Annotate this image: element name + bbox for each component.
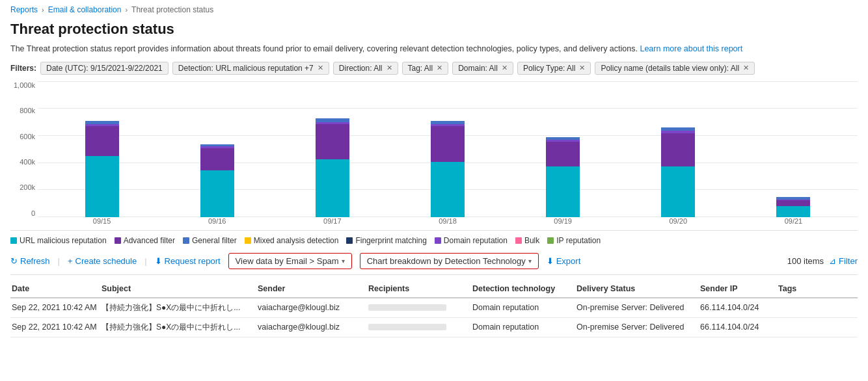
filter-chip-policy-name[interactable]: Policy name (details table view only): A…	[595, 62, 755, 75]
page-description: The Threat protection status report prov…	[10, 43, 858, 55]
cell-subject: 【持続力強化】S●Xの最中に中折れし...	[102, 322, 258, 333]
view-data-chevron-icon: ▾	[342, 257, 345, 265]
filter-chip-policy-name-text: Policy name (details table view only): A…	[601, 64, 739, 73]
bar-stack-09/19	[546, 137, 580, 217]
learn-more-link[interactable]: Learn more about this report	[640, 44, 742, 53]
table-row[interactable]: Sep 22, 2021 10:42 AM 【持続力強化】S●Xの最中に中折れし…	[10, 318, 858, 337]
x-label-09/16: 09/16	[159, 217, 275, 230]
view-data-dropdown[interactable]: View data by Email > Spam ▾	[228, 253, 352, 269]
toolbar-right: 100 items ⊿ Filter	[787, 256, 858, 266]
breadcrumb-current: Threat protection status	[131, 5, 213, 14]
table-row[interactable]: Sep 22, 2021 10:42 AM 【持続力強化】S●Xの最中に中折れし…	[10, 298, 858, 318]
y-label-600k: 600k	[20, 133, 35, 140]
bar-group-09/15	[44, 81, 159, 217]
filter-chip-tag[interactable]: Tag: All ✕	[402, 62, 449, 75]
filter-button[interactable]: ⊿ Filter	[829, 256, 858, 266]
bar-group-09/18	[390, 81, 505, 217]
filter-chip-direction-close[interactable]: ✕	[387, 64, 392, 72]
bar-segment-teal	[431, 162, 465, 217]
items-count: 100 items	[787, 256, 824, 266]
filter-chip-detection[interactable]: Detection: URL malicious reputation +7 ✕	[172, 62, 329, 75]
breadcrumb-email-collab[interactable]: Email & collaboration	[48, 5, 122, 14]
filter-chip-domain-close[interactable]: ✕	[502, 64, 508, 72]
export-button[interactable]: ⬇ Export	[547, 256, 581, 266]
filter-chip-policy-type-close[interactable]: ✕	[579, 64, 585, 72]
filter-chip-tag-text: Tag: All	[408, 64, 433, 73]
bar-segment-purple	[200, 148, 234, 170]
col-header-senderip: Sender IP	[700, 284, 778, 293]
filter-label: Filter	[839, 256, 858, 266]
filter-icon: ⊿	[829, 256, 836, 266]
legend-label: General filter	[192, 236, 237, 245]
legend-color-dot	[346, 237, 353, 244]
cell-recipients	[368, 304, 472, 311]
legend-item: Mixed analysis detection	[245, 236, 339, 245]
chart-breakdown-label: Chart breakdown by Detection Technology	[367, 256, 526, 266]
create-schedule-button[interactable]: + Create schedule	[68, 256, 137, 266]
toolbar: ↻ Refresh | + Create schedule | ⬇ Reques…	[10, 253, 858, 275]
col-header-tags: Tags	[778, 284, 858, 293]
request-report-button[interactable]: ⬇ Request report	[155, 256, 221, 266]
create-schedule-label: Create schedule	[75, 256, 137, 266]
cell-recipients	[368, 324, 472, 330]
legend-label: Bulk	[524, 236, 539, 245]
cell-senderip: 66.114.104.0/24	[700, 303, 778, 312]
filters-label: Filters:	[10, 64, 36, 73]
legend-item: URL malicious reputation	[10, 236, 107, 245]
x-label-09/20: 09/20	[621, 217, 736, 230]
x-label-09/19: 09/19	[506, 217, 621, 230]
y-label-200k: 200k	[20, 183, 35, 191]
y-label-1000k: 1,000k	[14, 81, 35, 89]
bar-segment-purple	[546, 142, 580, 166]
breadcrumb-reports[interactable]: Reports	[10, 5, 38, 14]
filter-chip-date[interactable]: Date (UTC): 9/15/2021-9/22/2021	[40, 62, 169, 75]
filter-chip-detection-text: Detection: URL malicious reputation +7	[178, 64, 314, 73]
download-icon: ⬇	[155, 256, 162, 266]
legend-label: URL malicious reputation	[20, 236, 107, 245]
export-icon: ⬇	[547, 256, 554, 266]
filter-chip-policy-name-close[interactable]: ✕	[743, 64, 749, 72]
y-label-400k: 400k	[20, 158, 35, 166]
bar-segment-purple	[85, 126, 119, 156]
col-header-date: Date	[10, 284, 102, 293]
cell-detection: Domain reputation	[472, 322, 576, 332]
refresh-button[interactable]: ↻ Refresh	[10, 256, 50, 266]
plus-icon: +	[68, 256, 73, 266]
refresh-icon: ↻	[10, 256, 18, 266]
filter-chip-tag-close[interactable]: ✕	[437, 64, 442, 72]
bar-segment-teal	[316, 159, 349, 217]
breadcrumb-sep-2: ›	[125, 6, 128, 14]
filter-chip-detection-close[interactable]: ✕	[318, 64, 323, 72]
filter-chip-domain-text: Domain: All	[458, 64, 498, 73]
legend-color-dot	[183, 237, 189, 244]
recipients-blurred	[368, 324, 446, 330]
cell-subject: 【持続力強化】S●Xの最中に中折れし...	[102, 302, 258, 313]
filters-row: Filters: Date (UTC): 9/15/2021-9/22/2021…	[10, 62, 858, 75]
bar-group-09/20	[621, 81, 736, 217]
cell-senderip: 66.114.104.0/24	[700, 322, 778, 332]
filter-chip-policy-type-text: Policy Type: All	[523, 64, 575, 73]
chart-area: 1,000k 800k 600k 400k 200k 0 09/1509/160…	[10, 81, 858, 231]
cell-date: Sep 22, 2021 10:42 AM	[10, 322, 102, 332]
legend-item: Fingerprint matching	[346, 236, 426, 245]
filter-chip-domain[interactable]: Domain: All ✕	[452, 62, 513, 75]
table-header: Date Subject Sender Recipients Detection…	[10, 280, 858, 298]
legend-label: IP reputation	[556, 236, 601, 245]
bar-group-09/21	[736, 81, 851, 217]
refresh-label: Refresh	[20, 256, 50, 266]
legend-color-dot	[435, 237, 441, 244]
filter-chip-direction[interactable]: Direction: All ✕	[333, 62, 398, 75]
view-data-label: View data by Email > Spam	[236, 256, 339, 266]
y-label-0: 0	[31, 209, 35, 217]
legend-label: Fingerprint matching	[355, 236, 426, 245]
export-label: Export	[556, 256, 581, 266]
filter-chip-direction-text: Direction: All	[339, 64, 383, 73]
filter-chip-date-text: Date (UTC): 9/15/2021-9/22/2021	[46, 64, 163, 73]
bar-group-09/17	[275, 81, 390, 217]
col-header-subject: Subject	[102, 284, 258, 293]
request-report-label: Request report	[165, 256, 221, 266]
col-header-recipients: Recipients	[368, 284, 472, 293]
legend-label: Domain reputation	[444, 236, 508, 245]
chart-breakdown-dropdown[interactable]: Chart breakdown by Detection Technology …	[360, 253, 539, 269]
filter-chip-policy-type[interactable]: Policy Type: All ✕	[517, 62, 591, 75]
